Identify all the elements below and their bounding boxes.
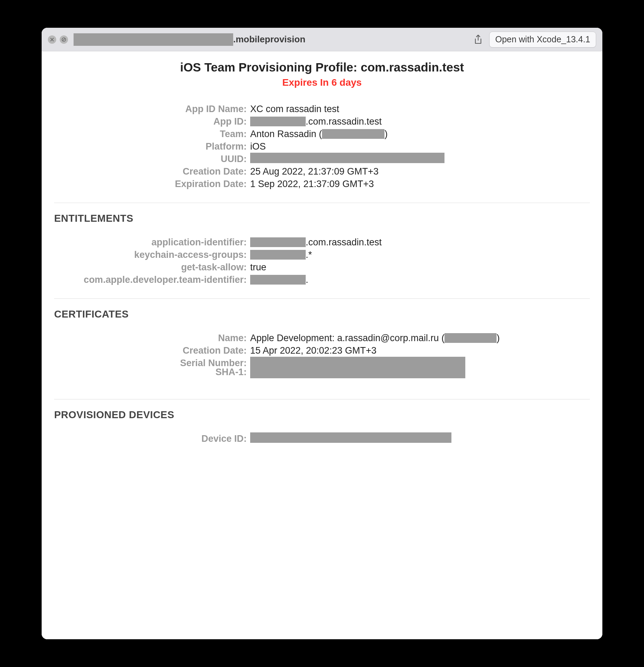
open-with-button[interactable]: Open with Xcode_13.4.1 <box>489 32 596 48</box>
device-id-redacted <box>250 432 451 443</box>
team-label: Team: <box>54 128 250 140</box>
device-id-value <box>250 432 451 443</box>
team-value: Anton Rassadin ( ) <box>250 128 388 140</box>
expiration-date-value: 1 Sep 2022, 21:37:09 GMT+3 <box>250 178 374 190</box>
cert-name-value: Apple Development: a.rassadin@corp.mail.… <box>250 332 500 344</box>
platform-label: Platform: <box>54 140 250 153</box>
filename-redacted <box>74 33 233 46</box>
app-id-value: .com.rassadin.test <box>250 115 382 128</box>
cert-sha1-label: SHA-1: <box>54 366 250 378</box>
disabled-button <box>60 35 68 44</box>
titlebar: .mobileprovision Open with Xcode_13.4.1 <box>42 28 602 51</box>
filename: .mobileprovision <box>74 33 305 46</box>
entitlements-section: application-identifier: .com.rassadin.te… <box>54 236 590 286</box>
get-task-allow-label: get-task-allow: <box>54 261 250 273</box>
share-button[interactable] <box>471 32 486 47</box>
team-suffix: ) <box>384 128 388 140</box>
keychain-redacted <box>250 250 306 260</box>
certificates-heading: CERTIFICATES <box>54 309 590 320</box>
content-area: iOS Team Provisioning Profile: com.rassa… <box>42 51 602 639</box>
filename-extension: .mobileprovision <box>233 34 305 45</box>
creation-date-label: Creation Date: <box>54 165 250 178</box>
team-identifier-suffix: . <box>306 273 308 286</box>
app-id-redacted <box>250 117 306 126</box>
close-icon <box>50 37 54 42</box>
creation-date-value: 25 Aug 2022, 21:37:09 GMT+3 <box>250 165 379 178</box>
cert-name-prefix: Apple Development: a.rassadin@corp.mail.… <box>250 332 444 344</box>
platform-value: iOS <box>250 140 266 153</box>
app-id-label: App ID: <box>54 115 250 128</box>
slash-icon <box>61 37 66 42</box>
uuid-redacted <box>250 153 444 163</box>
app-identifier-redacted <box>250 237 306 247</box>
cert-creation-value: 15 Apr 2022, 20:02:23 GMT+3 <box>250 344 376 357</box>
share-icon <box>473 34 484 45</box>
divider <box>54 203 590 203</box>
cert-creation-label: Creation Date: <box>54 344 250 357</box>
device-id-label: Device ID: <box>54 432 250 445</box>
general-section: App ID Name: XC com rassadin test App ID… <box>54 103 590 190</box>
entitlements-heading: ENTITLEMENTS <box>54 213 590 224</box>
cert-serial-value <box>250 357 465 378</box>
uuid-label: UUID: <box>54 153 250 165</box>
certificates-section: Name: Apple Development: a.rassadin@corp… <box>54 332 590 378</box>
devices-heading: PROVISIONED DEVICES <box>54 409 590 421</box>
team-id-redacted <box>322 129 384 139</box>
cert-serial-sha1-redacted <box>250 357 465 378</box>
app-identifier-value: .com.rassadin.test <box>250 236 382 248</box>
keychain-value: .* <box>250 248 312 261</box>
team-identifier-redacted <box>250 275 306 285</box>
cert-name-suffix: ) <box>497 332 500 344</box>
profile-title: iOS Team Provisioning Profile: com.rassa… <box>54 60 590 74</box>
keychain-label: keychain-access-groups: <box>54 248 250 261</box>
uuid-value <box>250 153 444 163</box>
devices-section: Device ID: <box>54 432 590 445</box>
divider <box>54 298 590 299</box>
divider <box>54 399 590 399</box>
close-button[interactable] <box>48 35 56 44</box>
app-id-name-value: XC com rassadin test <box>250 103 339 115</box>
svg-line-1 <box>62 38 65 41</box>
app-identifier-suffix: .com.rassadin.test <box>306 236 382 248</box>
team-identifier-value: . <box>250 273 308 286</box>
app-id-suffix: .com.rassadin.test <box>306 115 382 128</box>
keychain-suffix: .* <box>306 248 312 261</box>
expiration-date-label: Expiration Date: <box>54 178 250 190</box>
quicklook-window: .mobileprovision Open with Xcode_13.4.1 … <box>42 28 602 639</box>
team-identifier-label: com.apple.developer.team-identifier: <box>54 273 250 286</box>
team-prefix: Anton Rassadin ( <box>250 128 322 140</box>
cert-name-label: Name: <box>54 332 250 344</box>
get-task-allow-value: true <box>250 261 266 273</box>
cert-name-redacted <box>444 333 497 343</box>
app-id-name-label: App ID Name: <box>54 103 250 115</box>
app-identifier-label: application-identifier: <box>54 236 250 248</box>
expires-warning: Expires In 6 days <box>54 77 590 88</box>
